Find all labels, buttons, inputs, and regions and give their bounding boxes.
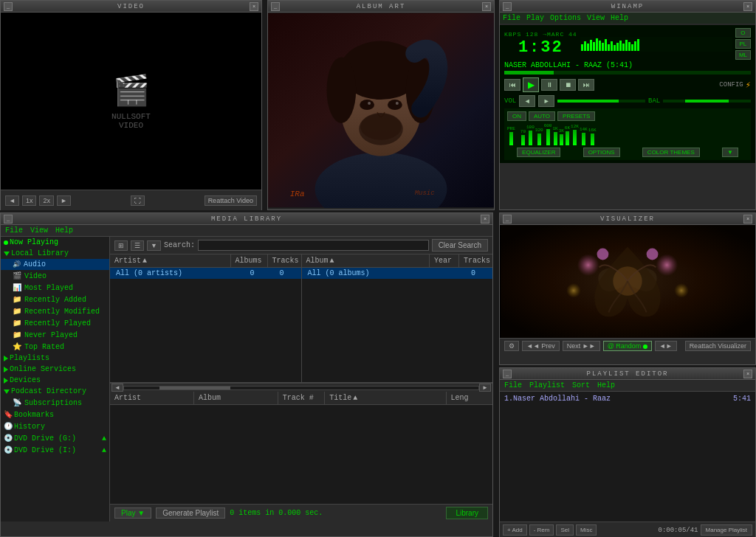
- sidebar-top-rated[interactable]: ⭐ Top Rated: [1, 341, 109, 353]
- sidebar-never-played[interactable]: 📁 Never Played: [1, 329, 109, 341]
- winamp-menu-options[interactable]: Options: [550, 14, 581, 22]
- artist-col-header[interactable]: Artist ▲: [110, 254, 231, 267]
- playlist-minimize-btn[interactable]: _: [503, 370, 512, 378]
- top-scrollbar[interactable]: ◄ ►: [110, 383, 492, 392]
- winamp-minimize-btn[interactable]: _: [503, 2, 512, 11]
- sidebar-dvd-i[interactable]: 💿 DVD Drive (I:) ▲: [1, 444, 109, 456]
- sidebar-recently-added[interactable]: 📁 Recently Added: [1, 294, 109, 305]
- color-themes-btn[interactable]: COLOR THEMES: [642, 148, 700, 157]
- video-minimize-btn[interactable]: _: [4, 2, 13, 11]
- tracks-col-header-albums[interactable]: Tracks: [459, 254, 492, 267]
- sidebar-recently-played[interactable]: 📁 Recently Played: [1, 317, 109, 329]
- tracks-title-col[interactable]: Title ▲: [325, 392, 446, 404]
- vis-random-btn[interactable]: @ Random: [603, 341, 652, 351]
- sidebar-local-library[interactable]: Local Library: [1, 248, 109, 259]
- sidebar-audio[interactable]: 🔊 Audio: [1, 259, 109, 270]
- vol-slider[interactable]: [557, 100, 645, 103]
- winamp-next-btn[interactable]: ⏭: [578, 79, 594, 91]
- ml-play-btn[interactable]: Play ▼: [114, 507, 151, 519]
- eq-bar-14k[interactable]: [582, 133, 585, 145]
- ml-view-btn-2[interactable]: ☰: [131, 240, 144, 251]
- eq-bar-preamp[interactable]: [509, 132, 513, 145]
- ml-menu-view[interactable]: View: [30, 226, 48, 235]
- scrollbar-track[interactable]: [123, 386, 479, 390]
- eq-bar-12k[interactable]: [573, 130, 577, 145]
- tracks-col-header-artists[interactable]: Tracks: [268, 254, 301, 267]
- vis-nav-btn[interactable]: ◄►: [655, 341, 677, 351]
- winamp-prev-btn[interactable]: ⏮: [504, 79, 520, 91]
- eq-bar-3k[interactable]: [560, 134, 563, 145]
- winamp-menu-view[interactable]: View: [587, 14, 605, 22]
- winamp-ml-btn[interactable]: ML: [735, 50, 751, 60]
- eq-on-btn[interactable]: ON: [507, 111, 526, 121]
- winamp-close-btn[interactable]: ×: [743, 2, 752, 11]
- eq-bar-1k[interactable]: [554, 132, 557, 145]
- vol-down-btn[interactable]: ◄: [519, 95, 535, 107]
- sidebar-dvd-g[interactable]: 💿 DVD Drive (G:) ▲: [1, 432, 109, 444]
- pl-misc-btn[interactable]: Misc: [576, 524, 597, 536]
- album-close-btn[interactable]: ×: [482, 2, 491, 11]
- year-col-header[interactable]: Year: [430, 254, 459, 267]
- search-input[interactable]: [198, 240, 429, 251]
- pl-add-btn[interactable]: + Add: [503, 524, 527, 536]
- reattach-video-btn[interactable]: Reattach Video: [205, 195, 257, 206]
- winamp-pause-btn[interactable]: ⏸: [541, 79, 557, 91]
- options-btn[interactable]: OPTIONS: [583, 148, 620, 157]
- winamp-menu-help[interactable]: Help: [611, 14, 628, 22]
- sidebar-online-services[interactable]: Online Services: [1, 364, 109, 375]
- sidebar-most-played[interactable]: 📊 Most Played: [1, 282, 109, 294]
- eq-expand-btn[interactable]: ▼: [722, 148, 738, 157]
- playlist-close-btn[interactable]: ×: [743, 370, 752, 378]
- sidebar-playlists[interactable]: Playlists: [1, 353, 109, 364]
- library-tab[interactable]: Library: [446, 507, 488, 519]
- ml-view-btn-1[interactable]: ⊞: [114, 240, 128, 251]
- tracks-length-col[interactable]: Leng: [447, 392, 492, 404]
- eq-bar-70[interactable]: [521, 135, 525, 145]
- scroll-left-btn[interactable]: ◄: [111, 384, 123, 392]
- winamp-stop-btn[interactable]: ⏹: [560, 79, 576, 91]
- pl-menu-file[interactable]: File: [504, 381, 522, 389]
- fullscreen-btn[interactable]: ⛶: [131, 195, 145, 206]
- vis-reattach-btn[interactable]: Reattach Visualizer: [685, 341, 751, 351]
- vis-next-btn[interactable]: Next ►►: [563, 341, 600, 351]
- winamp-play-btn[interactable]: ▶: [523, 77, 539, 92]
- pl-rem-btn[interactable]: - Rem: [529, 524, 554, 536]
- zoom-in-btn[interactable]: ►: [57, 195, 71, 206]
- sidebar-history[interactable]: 🕐 History: [1, 420, 109, 432]
- eq-bar-320[interactable]: [537, 134, 541, 145]
- zoom-2x-btn[interactable]: 2x: [39, 195, 54, 206]
- winamp-pl-btn[interactable]: PL: [735, 39, 751, 49]
- vis-minimize-btn[interactable]: _: [503, 215, 512, 224]
- pl-menu-help[interactable]: Help: [597, 381, 615, 389]
- sidebar-bookmarks[interactable]: 🔖 Bookmarks: [1, 409, 109, 420]
- winamp-time-display[interactable]: 1:32: [518, 38, 563, 57]
- sidebar-subscriptions[interactable]: 📡 Subscriptions: [1, 397, 109, 409]
- eq-bar-180[interactable]: [529, 131, 532, 145]
- pl-manage-btn[interactable]: Manage Playlist: [701, 524, 752, 536]
- winamp-menu-play[interactable]: Play: [526, 14, 544, 22]
- vis-close-btn[interactable]: ×: [743, 215, 752, 224]
- generate-playlist-btn[interactable]: Generate Playlist: [156, 507, 225, 519]
- winamp-progress-bar[interactable]: [504, 71, 751, 75]
- album-minimize-btn[interactable]: _: [271, 2, 280, 11]
- tracks-album-col[interactable]: Album: [194, 392, 278, 404]
- winamp-menu-file[interactable]: File: [503, 14, 520, 22]
- sidebar-now-playing[interactable]: Now Playing: [1, 237, 109, 248]
- scroll-right-btn[interactable]: ►: [479, 384, 491, 392]
- bal-slider[interactable]: [663, 100, 751, 103]
- zoom-1x-btn[interactable]: 1x: [22, 195, 37, 206]
- vis-prev-btn[interactable]: ◄◄ Prev: [522, 341, 560, 351]
- video-close-btn[interactable]: ×: [250, 2, 258, 11]
- eq-auto-btn[interactable]: AUTO: [529, 111, 555, 121]
- eq-presets-btn[interactable]: PRESETS: [557, 111, 595, 121]
- eq-bar-600[interactable]: [546, 129, 550, 145]
- playlist-item[interactable]: 1. Naser Abdollahi - Raaz 5:41: [501, 393, 754, 404]
- tracks-tracknum-col[interactable]: Track #: [278, 392, 325, 404]
- ml-menu-file[interactable]: File: [5, 226, 23, 235]
- albums-col-header[interactable]: Albums: [231, 254, 268, 267]
- ml-view-btn-3[interactable]: ▼: [147, 240, 161, 251]
- scrollbar-thumb[interactable]: [159, 387, 230, 389]
- vis-settings-btn[interactable]: ⚙: [504, 341, 519, 351]
- sidebar-video[interactable]: 🎬 Video: [1, 270, 109, 282]
- sidebar-devices[interactable]: Devices: [1, 375, 109, 386]
